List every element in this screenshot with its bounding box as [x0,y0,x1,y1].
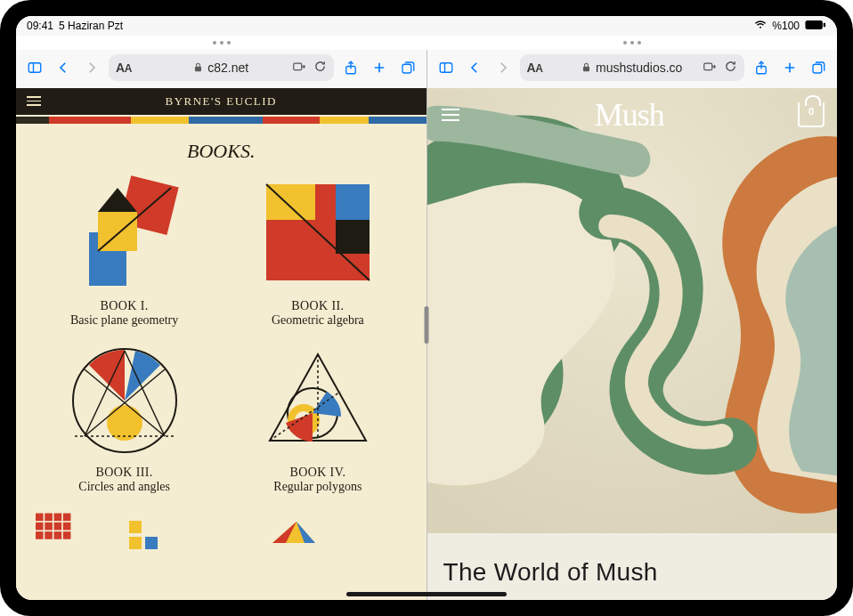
hero-image: Mush 0 [427,88,838,533]
text-size-button[interactable]: AA [116,61,132,75]
lock-icon [581,61,591,75]
book-card[interactable]: BOOK II. Geometric algebra [225,172,410,328]
new-tab-button[interactable] [368,56,391,79]
svg-rect-53 [704,63,712,70]
svg-rect-40 [36,531,44,539]
book-subtitle: Basic plane geometry [32,313,216,328]
svg-rect-34 [54,514,62,522]
site-brand: BYRNE'S EUCLID [165,94,277,109]
home-indicator[interactable] [346,592,507,596]
book-card[interactable]: BOOK IV. Regular polygons [225,338,410,494]
svg-rect-0 [805,20,822,28]
svg-rect-18 [336,220,370,254]
menu-icon[interactable] [440,103,461,126]
svg-rect-32 [36,514,44,522]
svg-rect-42 [54,531,62,539]
forward-button[interactable] [80,56,103,79]
status-bar: 09:41 5 Haziran Pzt %100 [16,16,837,36]
right-safari-pane: AA mushstudios.co [427,50,838,600]
svg-rect-52 [583,67,589,72]
text-size-button[interactable]: AA [527,61,543,75]
book-row-partial [16,503,426,555]
svg-rect-9 [402,64,411,73]
share-button[interactable] [339,56,362,79]
svg-rect-35 [63,514,71,522]
svg-rect-1 [824,22,825,27]
menu-icon[interactable] [23,91,45,111]
svg-rect-2 [28,63,41,73]
back-button[interactable] [52,56,75,79]
url-text: mushstudios.co [596,61,682,75]
reload-icon[interactable] [724,60,737,76]
color-stripe [16,117,426,124]
svg-rect-44 [129,537,142,549]
extensions-icon[interactable] [703,60,717,76]
svg-rect-17 [336,184,370,220]
multitask-dots-right[interactable] [623,41,641,45]
back-button[interactable] [463,56,486,79]
svg-rect-4 [195,67,201,72]
svg-rect-50 [440,63,452,73]
book-figure [62,338,187,458]
url-text: c82.net [207,61,248,75]
url-bar-left[interactable]: AA c82.net [109,54,334,81]
tabs-button[interactable] [807,56,830,79]
svg-rect-45 [145,537,158,549]
book-subtitle: Circles and angles [32,480,216,494]
svg-point-21 [107,405,142,441]
multitask-dots-left[interactable] [213,41,231,45]
svg-rect-38 [54,523,62,531]
book-figure [256,172,380,292]
forward-button[interactable] [491,56,515,79]
site-header: BYRNE'S EUCLID [16,88,426,115]
right-webpage[interactable]: Mush 0 The World of Mush [427,88,838,600]
book-label: BOOK I. [32,299,216,313]
reload-icon[interactable] [313,60,327,76]
sidebar-button[interactable] [23,56,46,79]
new-tab-button[interactable] [778,56,801,79]
svg-rect-57 [813,64,822,73]
lock-icon [193,61,203,75]
svg-rect-43 [63,531,71,539]
split-view-handle[interactable] [425,306,429,344]
svg-rect-5 [293,63,301,70]
book-subtitle: Regular polygons [225,480,410,494]
cart-button[interactable]: 0 [798,102,825,127]
right-toolbar: AA mushstudios.co [427,50,838,88]
url-bar-right[interactable]: AA mushstudios.co [520,54,745,81]
svg-rect-46 [129,521,142,533]
tabs-button[interactable] [396,56,419,79]
site-brand[interactable]: Mush [595,96,664,134]
status-time: 09:41 [27,20,53,32]
cart-count: 0 [800,106,823,117]
sidebar-button[interactable] [435,56,458,79]
left-toolbar: AA c82.net [16,50,426,88]
svg-rect-41 [45,531,53,539]
wifi-icon [754,20,767,33]
page-headline: The World of Mush [427,533,838,587]
book-subtitle: Geometric algebra [225,313,410,328]
svg-rect-33 [45,514,53,522]
svg-rect-37 [45,523,53,531]
extensions-icon[interactable] [293,60,306,76]
books-heading: BOOKS. [16,140,426,163]
book-label: BOOK IV. [225,466,410,480]
left-safari-pane: AA c82.net [16,50,427,600]
book-card[interactable]: BOOK I. Basic plane geometry [32,172,216,328]
status-date: 5 Haziran Pzt [59,20,123,32]
svg-rect-39 [63,523,71,531]
share-button[interactable] [750,56,773,79]
book-label: BOOK II. [225,299,410,313]
svg-rect-36 [36,523,44,531]
left-webpage[interactable]: BYRNE'S EUCLID BOOKS. [16,88,426,600]
battery-icon [805,20,826,33]
book-label: BOOK III. [32,466,216,480]
status-battery-text: %100 [772,20,800,32]
book-figure [62,172,187,292]
book-card[interactable]: BOOK III. Circles and angles [32,338,216,494]
book-figure [256,338,380,458]
svg-rect-16 [266,184,315,220]
